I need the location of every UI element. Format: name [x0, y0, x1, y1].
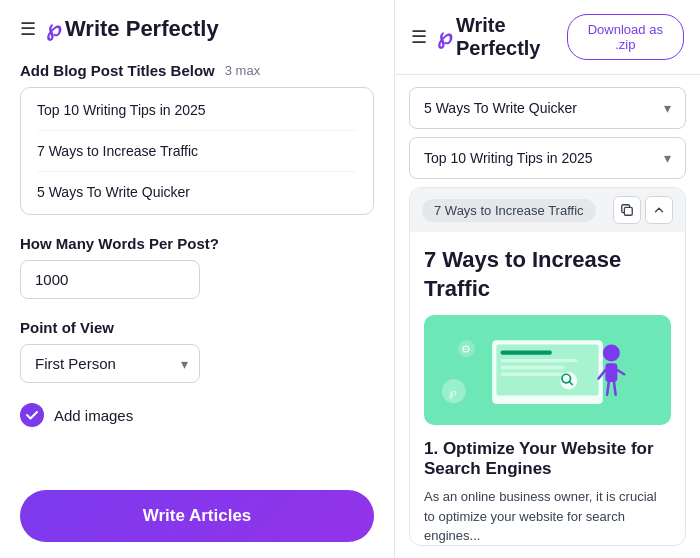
- titles-section: Add Blog Post Titles Below 3 max Top 10 …: [20, 62, 374, 215]
- left-logo: ℘ Write Perfectly: [46, 16, 219, 42]
- logo-text: Write Perfectly: [65, 16, 219, 42]
- write-articles-button[interactable]: Write Articles: [20, 490, 374, 542]
- article-body-text: As an online business owner, it is cruci…: [424, 487, 671, 546]
- collapse-button[interactable]: [645, 196, 673, 224]
- right-logo: ℘ Write Perfectly: [437, 14, 567, 60]
- article-image: ℘ ⚙: [424, 315, 671, 425]
- add-images-label: Add images: [54, 407, 133, 424]
- pov-label: Point of View: [20, 319, 374, 336]
- right-panel: ☰ ℘ Write Perfectly Download as .zip 5 W…: [395, 0, 700, 558]
- article-body: 7 Ways to Increase Traffic: [410, 232, 685, 546]
- article-card: 7 Ways to Increase Traffic: [409, 187, 686, 546]
- left-panel: ☰ ℘ Write Perfectly Add Blog Post Titles…: [0, 0, 395, 558]
- pov-section: Point of View First Person Second Person…: [20, 319, 374, 383]
- words-input[interactable]: [20, 260, 200, 299]
- article-tag: 7 Ways to Increase Traffic: [422, 199, 596, 222]
- right-header-left: ☰ ℘ Write Perfectly: [411, 14, 567, 60]
- words-section: How Many Words Per Post?: [20, 235, 374, 299]
- title-item-1[interactable]: Top 10 Writing Tips in 2025: [37, 102, 357, 131]
- right-logo-icon: ℘: [437, 24, 452, 50]
- svg-line-15: [607, 382, 609, 395]
- dropdown-arrow-2-icon: ▾: [664, 150, 671, 166]
- svg-rect-12: [605, 363, 617, 382]
- titles-section-label: Add Blog Post Titles Below 3 max: [20, 62, 374, 79]
- logo-icon: ℘: [46, 16, 61, 42]
- dropdown-label-2: Top 10 Writing Tips in 2025: [424, 150, 593, 166]
- pov-select-wrapper: First Person Second Person Third Person …: [20, 344, 200, 383]
- max-badge: 3 max: [225, 63, 260, 78]
- svg-rect-5: [501, 359, 578, 362]
- titles-label-text: Add Blog Post Titles Below: [20, 62, 215, 79]
- hamburger-icon[interactable]: ☰: [20, 18, 36, 40]
- words-label: How Many Words Per Post?: [20, 235, 374, 252]
- checkbox-checked-icon[interactable]: [20, 403, 44, 427]
- title-item-2[interactable]: 7 Ways to Increase Traffic: [37, 143, 357, 172]
- svg-rect-6: [501, 366, 565, 369]
- svg-text:⚙: ⚙: [461, 343, 471, 355]
- copy-button[interactable]: [613, 196, 641, 224]
- svg-rect-0: [624, 207, 632, 215]
- dropdown-label-1: 5 Ways To Write Quicker: [424, 100, 577, 116]
- download-button[interactable]: Download as .zip: [567, 14, 684, 60]
- svg-text:℘: ℘: [449, 386, 457, 399]
- article-section-title: 1. Optimize Your Website for Search Engi…: [424, 439, 671, 479]
- svg-line-16: [614, 382, 616, 395]
- right-hamburger-icon[interactable]: ☰: [411, 26, 427, 48]
- right-header: ☰ ℘ Write Perfectly Download as .zip: [395, 0, 700, 75]
- dropdown-arrow-1-icon: ▾: [664, 100, 671, 116]
- article-card-header: 7 Ways to Increase Traffic: [410, 188, 685, 232]
- svg-point-11: [603, 345, 620, 362]
- article-title: 7 Ways to Increase Traffic: [424, 246, 671, 303]
- svg-rect-4: [501, 351, 552, 355]
- add-images-row[interactable]: Add images: [20, 403, 374, 427]
- right-logo-text: Write Perfectly: [456, 14, 567, 60]
- left-header: ☰ ℘ Write Perfectly: [20, 16, 374, 42]
- card-actions: [613, 196, 673, 224]
- right-content: 5 Ways To Write Quicker ▾ Top 10 Writing…: [395, 75, 700, 558]
- titles-box: Top 10 Writing Tips in 2025 7 Ways to In…: [20, 87, 374, 215]
- pov-select[interactable]: First Person Second Person Third Person: [20, 344, 200, 383]
- title-item-3[interactable]: 5 Ways To Write Quicker: [37, 184, 357, 200]
- dropdown-row-2[interactable]: Top 10 Writing Tips in 2025 ▾: [409, 137, 686, 179]
- dropdown-row-1[interactable]: 5 Ways To Write Quicker ▾: [409, 87, 686, 129]
